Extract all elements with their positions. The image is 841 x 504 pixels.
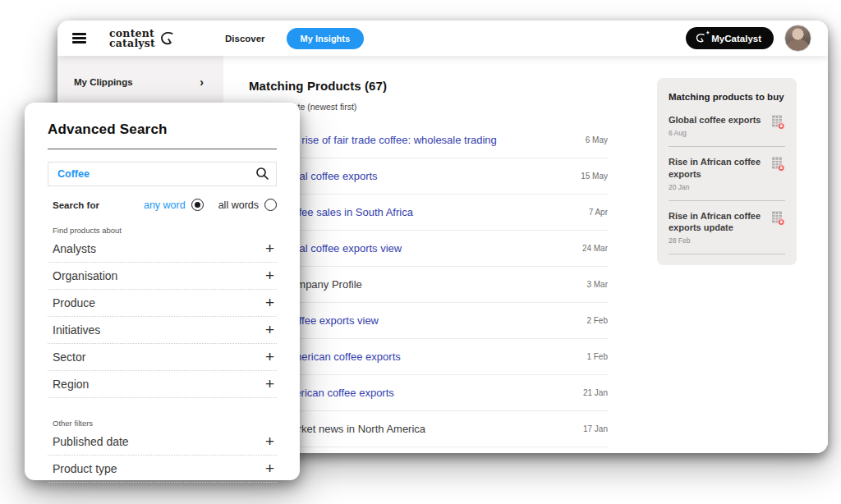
filter-row-region[interactable]: Region+ — [48, 371, 277, 398]
top-nav: content catalyst Discover My Insights ✦ … — [57, 21, 828, 56]
filter-label: Published date — [53, 435, 129, 448]
filter-row-sector[interactable]: Sector+ — [48, 344, 277, 371]
user-avatar[interactable] — [784, 25, 811, 52]
locked-report-icon — [770, 210, 785, 245]
buy-item-title: Rise in African coffee exports — [669, 156, 763, 180]
product-date: 3 Mar — [586, 280, 608, 289]
sort-label[interactable]: Sorted by date (newest first) — [249, 102, 608, 112]
word-match-options: any word all words — [144, 199, 277, 211]
menu-icon[interactable] — [71, 28, 88, 49]
product-date: 2 Feb — [586, 316, 608, 325]
other-filters: Published date+Product type+ — [48, 428, 277, 483]
product-date: 1 Feb — [586, 352, 608, 361]
logo-text: content catalyst — [109, 29, 155, 48]
product-row: Rise in coffee sales in South Africa7 Ap… — [249, 195, 608, 231]
product-date: 24 Mar — [582, 244, 608, 253]
matching-products-to-buy-card: Matching products to buy Global coffee e… — [657, 78, 797, 265]
my-clippings-label: My Clippings — [74, 77, 133, 87]
locked-report-icon — [770, 114, 785, 137]
product-row: South American coffee exports21 Jan — [249, 375, 608, 411]
filter-label: Product type — [53, 462, 117, 475]
nav-right: ✦ MyCatalyst — [686, 25, 811, 52]
buy-item-title: Global coffee exports — [669, 114, 761, 126]
product-row: International coffee exports view24 Mar — [249, 231, 608, 267]
buy-item-date: 6 Aug — [669, 129, 761, 137]
mycatalyst-label: MyCatalyst — [711, 34, 761, 44]
filter-row-product-type[interactable]: Product type+ — [48, 456, 277, 483]
filter-row-produce[interactable]: Produce+ — [48, 290, 277, 317]
nav-discover[interactable]: Discover — [225, 34, 265, 44]
logo-line2: catalyst — [109, 39, 155, 48]
product-date: 7 Apr — [589, 208, 608, 217]
buy-card-item[interactable]: Rise in African coffee exports20 Jan — [669, 156, 785, 201]
search-for-label: Search for — [53, 200, 99, 210]
product-row: Coffee Company Profile3 Mar — [249, 267, 608, 303]
filter-label: Region — [53, 378, 89, 391]
plus-icon[interactable]: + — [265, 463, 274, 474]
product-date: 21 Jan — [583, 388, 608, 397]
plus-icon[interactable]: + — [265, 243, 274, 254]
product-row: The global rise of fair trade coffee: wh… — [249, 122, 608, 158]
search-box — [48, 162, 277, 186]
any-word-radio[interactable] — [191, 199, 204, 211]
search-input[interactable] — [48, 162, 277, 186]
buy-item-title: Rise in African coffee exports update — [669, 210, 763, 234]
chevron-right-icon: › — [200, 78, 204, 86]
find-products-filters: Analysts+Organisation+Produce+Initiative… — [48, 236, 277, 398]
product-row: African Coffee exports view2 Feb — [249, 303, 608, 339]
plus-icon[interactable]: + — [265, 436, 274, 447]
mycatalyst-button[interactable]: ✦ MyCatalyst — [686, 27, 774, 49]
product-date: 6 May — [586, 135, 608, 144]
any-word-option[interactable]: any word — [144, 199, 186, 211]
find-products-label: Find products about — [53, 226, 277, 235]
page-title: Matching Products (67) — [249, 79, 608, 93]
product-row: Coffee market news in North America17 Ja… — [249, 411, 608, 447]
filter-row-analysts[interactable]: Analysts+ — [48, 236, 277, 263]
advanced-search-panel: Advanced Search Search for any word all … — [25, 103, 300, 480]
content-catalyst-logo[interactable]: content catalyst — [109, 29, 176, 48]
sparkle-icon: ✦ — [705, 30, 710, 35]
filter-label: Organisation — [53, 269, 117, 282]
sidebar-item-my-clippings[interactable]: My Clippings › — [57, 77, 223, 87]
buy-card-title: Matching products to buy — [669, 92, 785, 102]
filter-row-initiatives[interactable]: Initiatives+ — [48, 317, 277, 344]
plus-icon[interactable]: + — [265, 297, 274, 309]
plus-icon[interactable]: + — [265, 270, 274, 282]
mycatalyst-logo-icon: ✦ — [694, 32, 706, 44]
buy-card-item[interactable]: Rise in African coffee exports update28 … — [669, 210, 785, 255]
filter-row-organisation[interactable]: Organisation+ — [48, 263, 277, 290]
product-list: The global rise of fair trade coffee: wh… — [249, 122, 608, 447]
plus-icon[interactable]: + — [265, 351, 274, 363]
product-row: Central American coffee exports1 Feb — [249, 339, 608, 375]
filter-label: Initiatives — [53, 323, 100, 337]
content-catalyst-logo-icon — [158, 30, 176, 48]
buy-card-item[interactable]: Global coffee exports6 Aug — [669, 114, 785, 147]
filter-row-published-date[interactable]: Published date+ — [48, 428, 277, 456]
product-date: 17 Jan — [583, 424, 608, 433]
filter-label: Analysts — [53, 242, 96, 255]
panel-divider — [48, 149, 277, 149]
filter-label: Produce — [53, 296, 95, 309]
plus-icon[interactable]: + — [265, 324, 274, 336]
all-words-option[interactable]: all words — [218, 199, 259, 211]
my-insights-button[interactable]: My Insights — [287, 28, 365, 49]
search-for-row: Search for any word all words — [48, 199, 277, 211]
other-filters-label: Other filters — [53, 419, 277, 428]
filter-label: Sector — [53, 351, 85, 364]
plus-icon[interactable]: + — [265, 378, 274, 390]
product-date: 15 May — [581, 172, 608, 181]
buy-card-items: Global coffee exports6 AugRise in Africa… — [669, 114, 785, 254]
buy-item-date: 28 Feb — [669, 236, 763, 245]
search-icon[interactable] — [255, 167, 269, 181]
all-words-radio[interactable] — [264, 199, 277, 211]
locked-report-icon — [770, 156, 785, 191]
product-row: International coffee exports15 May — [249, 158, 608, 195]
buy-item-date: 20 Jan — [669, 183, 763, 191]
panel-title: Advanced Search — [48, 121, 277, 138]
